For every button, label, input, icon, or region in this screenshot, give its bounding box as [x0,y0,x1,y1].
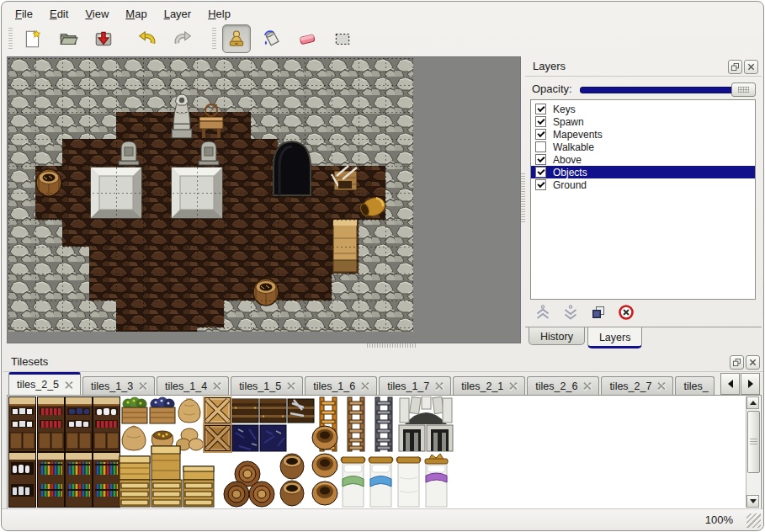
map-canvas[interactable] [8,58,413,332]
stamp-tool-button[interactable] [222,24,251,53]
close-panel-button[interactable] [746,355,760,370]
layer-visibility-checkbox[interactable] [535,141,546,152]
close-tab-icon[interactable] [583,382,591,390]
scroll-tabs-right-button[interactable] [741,373,760,395]
fill-tool-button[interactable] [258,24,286,53]
close-panel-button[interactable] [744,60,758,74]
resize-grip[interactable] [746,513,761,528]
toolbar-handle[interactable] [8,28,13,50]
open-folder-icon [58,29,78,49]
menu-map[interactable]: Map [117,6,155,22]
tileset-canvas[interactable] [8,396,460,508]
layer-row-mapevents[interactable]: Mapevents [531,128,755,141]
splitter-horizontal[interactable] [367,343,416,348]
scroll-right-icon [748,380,753,388]
tileset-tab[interactable]: tiles_2_7 [601,376,673,395]
map-viewport[interactable] [7,56,521,343]
tab-layers[interactable]: Layers [587,327,643,348]
tileset-viewport[interactable] [7,395,762,509]
select-tool-button[interactable] [328,24,357,53]
tile-pot [312,426,337,450]
new-map-button[interactable] [19,24,47,53]
scrollbar-thumb[interactable] [747,411,760,473]
opacity-slider-track [580,87,754,93]
tileset-tab-label: tiles_2_1 [461,380,503,392]
float-panel-button[interactable] [728,60,742,74]
lower-layer-button[interactable] [561,303,580,322]
tileset-tab[interactable]: tiles_1_3 [82,376,155,395]
tile-bed-purple [425,454,448,507]
close-tab-icon[interactable] [213,382,220,390]
tile-stone-doorway [399,425,425,451]
tileset-tab[interactable]: tiles_2_6 [527,376,599,395]
raise-layer-icon [534,304,551,321]
close-tab-icon[interactable] [65,381,72,389]
tileset-tab[interactable]: tiles_2_1 [453,376,525,395]
layer-list[interactable]: Keys Spawn Mapevents Walkable Above Obje… [530,99,756,300]
menu-file[interactable]: File [7,6,41,22]
close-tab-icon[interactable] [287,382,295,390]
close-icon [749,359,757,366]
arrow-down-icon [750,499,757,503]
save-map-button[interactable] [89,24,118,53]
layer-name: Above [553,154,582,166]
tileset-tab[interactable]: tiles_1_4 [157,376,229,395]
tileset-scrollbar[interactable] [746,396,760,508]
tab-history[interactable]: History [529,327,585,345]
new-file-icon [23,29,43,49]
redo-button[interactable] [168,24,197,53]
duplicate-layer-button[interactable] [589,303,608,322]
close-tab-icon[interactable] [435,382,443,390]
close-tab-icon[interactable] [139,382,146,390]
layer-visibility-checkbox[interactable] [535,167,546,178]
tileset-tab[interactable]: tiles_1_7 [379,376,451,395]
tileset-tab[interactable]: tiles_1_5 [231,376,303,395]
scrollbar-down-button[interactable] [746,495,759,508]
layer-row-above[interactable]: Above [531,153,755,166]
layer-row-objects[interactable]: Objects [531,166,755,178]
undo-button[interactable] [133,24,162,53]
scrollbar-up-button[interactable] [746,396,759,409]
layer-visibility-checkbox[interactable] [535,154,546,165]
layer-visibility-checkbox[interactable] [535,116,546,127]
raise-layer-button[interactable] [534,303,552,322]
tileset-tab[interactable]: tiles_1_6 [305,376,377,395]
app-window: File Edit View Map Layer Help [1,1,764,531]
tab-scroll-buttons [720,373,760,395]
tile-crate-small [183,466,214,480]
opacity-row: Opacity: [532,80,756,97]
menu-edit[interactable]: Edit [41,6,77,22]
tilesets-panel: Tilesets tiles_2_5 tiles_1_3 [3,352,763,510]
delete-layer-button[interactable] [617,303,635,322]
menu-layer[interactable]: Layer [156,6,200,22]
layer-row-spawn[interactable]: Spawn [531,115,755,128]
float-panel-button[interactable] [730,355,744,370]
open-map-button[interactable] [54,24,82,53]
scroll-tabs-left-button[interactable] [720,373,740,395]
tileset-tab[interactable]: tiles_ [675,376,715,395]
layer-visibility-checkbox[interactable] [535,179,546,190]
menu-view[interactable]: View [77,6,117,22]
close-tab-icon[interactable] [657,382,665,390]
tileset-tab[interactable]: tiles_2_5 [8,372,81,395]
delete-layer-icon [618,304,635,321]
layer-visibility-checkbox[interactable] [535,104,546,114]
tileset-tab-label: tiles_ [683,380,708,392]
menu-help[interactable]: Help [199,6,239,22]
layer-row-keys[interactable]: Keys [531,103,755,115]
opacity-slider[interactable] [580,82,756,96]
layer-row-walkable[interactable]: Walkable [531,141,755,153]
close-tab-icon[interactable] [509,382,517,390]
eraser-tool-button[interactable] [293,24,321,53]
map-gravestone-right [199,141,219,165]
close-tab-icon[interactable] [361,382,369,390]
tileset-tab-label: tiles_1_6 [313,380,355,392]
layer-visibility-checkbox[interactable] [535,129,546,140]
map-gravestone-left [119,141,139,165]
tileset-tabbar: tiles_2_5 tiles_1_3 tiles_1_4 tiles_1_5 … [8,372,760,395]
select-tool-icon [332,29,353,49]
toolbar-handle-2[interactable] [212,28,216,50]
layer-row-ground[interactable]: Ground [531,178,755,191]
opacity-slider-handle[interactable] [731,82,756,97]
map-tall-crate [333,220,357,272]
